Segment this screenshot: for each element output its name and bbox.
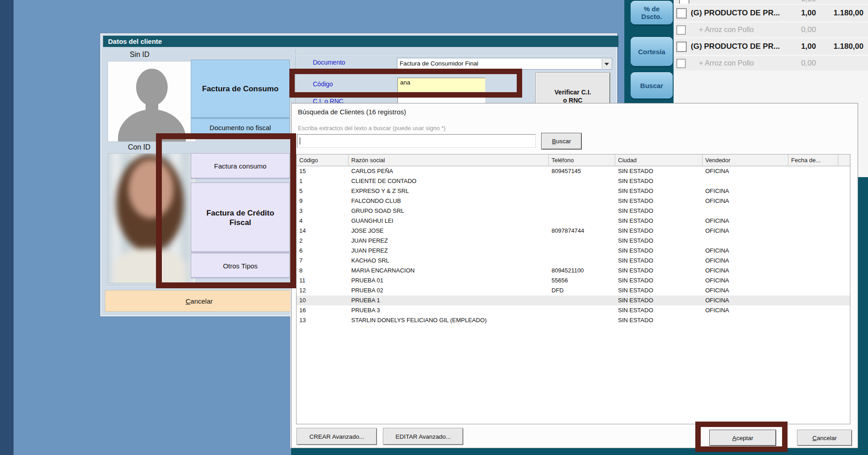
client-cell [788,236,838,246]
client-cell: 5 [297,186,349,196]
client-cell: 8094521100 [549,266,615,276]
client-cell [788,206,838,216]
client-cell: GRUPO SOAD SRL [349,206,549,216]
busqueda-dialog-title: Búsqueda de Clientes (16 registros) [298,108,406,116]
client-row[interactable]: 11PRUEBA 0155656SIN ESTADOOFICINA [297,276,850,286]
editar-avanzado-button[interactable]: EDITAR Avanzado... [383,428,463,445]
con-id-label: Con ID [128,143,151,151]
client-row[interactable]: 16PRUEBA 3SIN ESTADOOFICINA [297,305,850,315]
client-row[interactable]: 9FALCONDO CLUBSIN ESTADOOFICINA [297,196,850,206]
client-cell [549,296,615,305]
client-cell [788,176,838,186]
client-cell [788,186,838,196]
column-header-filler [838,155,850,166]
column-header-fecha[interactable]: Fecha de... [788,155,838,166]
item-checkbox[interactable] [676,42,687,52]
chevron-down-icon[interactable] [602,59,611,69]
side-buscar-button[interactable]: Buscar [631,72,673,99]
factura-credito-fiscal-button[interactable]: Factura de Crédito Fiscal [191,183,290,253]
client-row[interactable]: 5EXPRESO Y & Z SRLSIN ESTADOOFICINA [297,186,850,196]
client-row[interactable]: 1CLIENTE DE CONTADOSIN ESTADO [297,176,850,186]
client-cell [788,216,838,226]
client-cell [549,236,615,246]
client-cell [788,286,838,296]
silhouette-shoulders [118,109,186,142]
client-row[interactable]: 2JUAN PEREZSIN ESTADO [297,236,850,246]
client-cell: OFICINA [703,266,788,276]
client-cell: 55656 [549,276,615,286]
column-header-codigo[interactable]: Código [297,155,349,166]
client-cell: SIN ESTADO [615,296,703,305]
codigo-input[interactable]: ana [397,78,486,92]
client-cell: SIN ESTADO [615,236,703,246]
client-cell: 15 [297,166,349,176]
client-cell: SIN ESTADO [615,186,703,196]
client-cell: SIN ESTADO [615,216,703,226]
cortesia-button[interactable]: Cortesía [631,37,673,66]
order-subitem-row[interactable]: + Arroz con Pollo 0,00 [674,56,868,70]
column-header-razon-social[interactable]: Razón social [349,155,549,166]
client-row[interactable]: 8MARIA ENCARNACION8094521100SIN ESTADOOF… [297,266,850,276]
client-cell [838,246,850,256]
item-name: (G) PRODUCTO DE PR... [691,42,780,51]
item-name: + Arroz con Pollo [699,26,754,34]
order-subitem-row[interactable]: + Arroz con Pollo 0,00 [674,23,868,37]
client-cell: SIN ESTADO [615,206,703,216]
client-cell: GUANGHUI LEI [349,216,549,226]
order-item-row[interactable]: (G) PRODUCTO DE PR... 1,00 1.180,00 [674,38,868,55]
client-row[interactable]: 7KACHAO SRLSIN ESTADOOFICINA [297,256,850,266]
discount-percent-button[interactable]: % de Dscto. [631,1,673,24]
item-checkbox[interactable] [676,8,687,19]
order-item-row[interactable]: (G) PRODUCTO DE PR... 1,00 1.180,00 [674,5,868,21]
divider [105,285,294,286]
client-cell: OFICINA [703,216,788,226]
client-cell: 3 [297,206,349,216]
documento-no-fiscal-button[interactable]: Documento no fiscal [191,118,290,136]
client-cell: STARLIN DONELYS FELICIANO GIL (EMPLEADO) [349,315,549,325]
busqueda-clientes-dialog: Búsqueda de Clientes (16 registros) Escr… [291,103,858,448]
client-cell: SIN ESTADO [615,276,703,286]
aceptar-button[interactable]: Aceptar [709,430,776,446]
client-cell: KACHAO SRL [349,256,549,266]
documento-dropdown-value: Factura de Consumidor Final [400,60,478,67]
column-header-vendedor[interactable]: Vendedor [703,155,788,166]
datos-cancelar-button[interactable]: Cancelar [105,290,293,312]
client-row[interactable]: 12PRUEBA 02DFDSIN ESTADOOFICINA [297,286,850,296]
client-cell [549,305,615,315]
client-cell [838,216,850,226]
client-row[interactable]: 6JUAN PEREZSIN ESTADOOFICINA [297,246,850,256]
client-row[interactable]: 15CARLOS PEÑA809457145SIN ESTADOOFICINA [297,166,850,176]
client-row[interactable]: 3GRUPO SOAD SRLSIN ESTADO [297,206,850,216]
column-header-telefono[interactable]: Teléfono [549,155,615,166]
column-header-ciudad[interactable]: Ciudad [615,155,703,166]
item-checkbox[interactable] [679,0,689,4]
item-checkbox[interactable] [676,59,686,68]
client-cell: SIN ESTADO [615,226,703,236]
client-row[interactable]: 4GUANGHUI LEISIN ESTADOOFICINA [297,216,850,226]
client-cell: 7 [297,256,349,266]
client-cell [838,315,850,325]
client-cell: 11 [297,276,349,286]
side-buscar-button-label: Buscar [640,82,663,89]
buscar-button[interactable]: Buscar [541,133,582,150]
client-cell [788,226,838,236]
client-cell [838,276,850,286]
factura-credito-label-line1: Factura de Crédito [206,208,274,218]
client-cell: 13 [297,315,349,325]
client-row[interactable]: 14JOSE JOSE8097874744SIN ESTADOOFICINA [297,226,850,236]
factura-consumo-button[interactable]: Factura consumo [191,153,290,179]
search-input[interactable] [297,134,536,148]
client-cell [549,206,615,216]
client-row[interactable]: 10PRUEBA 1SIN ESTADOOFICINA [297,296,850,305]
left-edge-strip [0,0,14,455]
client-cell [838,305,850,315]
factura-de-consumo-button[interactable]: Factura de Consumo [191,60,290,118]
item-checkbox[interactable] [676,25,686,35]
otros-tipos-button[interactable]: Otros Tipos [191,253,290,278]
client-cell: SIN ESTADO [615,246,703,256]
client-row[interactable]: 13STARLIN DONELYS FELICIANO GIL (EMPLEAD… [297,315,850,325]
crear-avanzado-button[interactable]: CREAR Avanzado... [297,428,377,445]
busqueda-cancelar-button[interactable]: Cancelar [797,430,852,446]
documento-dropdown[interactable]: Factura de Consumidor Final [397,58,612,70]
client-cell: JUAN PEREZ [349,246,549,256]
